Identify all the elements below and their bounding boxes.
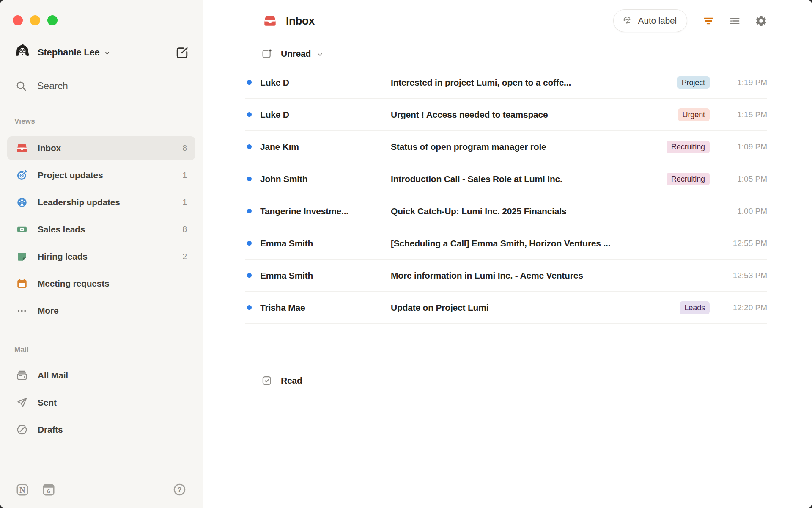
- sidebar-item-label: All Mail: [38, 370, 187, 381]
- calendar-icon: [16, 278, 28, 290]
- email-time: 12:53 PM: [721, 271, 767, 280]
- email-subject: Interested in project Lumi, open to a co…: [391, 77, 670, 88]
- email-tag: Recruiting: [667, 141, 710, 153]
- search-label: Search: [37, 80, 68, 92]
- email-list: Luke DInterested in project Lumi, open t…: [245, 66, 767, 324]
- sidebar: Stephanie Lee Search ViewsInbox8Project …: [0, 0, 203, 508]
- unread-group-header[interactable]: Unread: [245, 41, 767, 66]
- svg-text:6: 6: [47, 488, 50, 494]
- unread-dot-icon: [247, 241, 252, 246]
- all-mail-icon: [16, 370, 28, 381]
- email-tag: Project: [677, 76, 710, 89]
- avatar: [13, 43, 32, 62]
- banknote-icon: [16, 224, 28, 235]
- page-title: Inbox: [286, 14, 315, 28]
- email-row[interactable]: Luke DInterested in project Lumi, open t…: [245, 66, 767, 99]
- unread-dot-icon: [247, 177, 252, 181]
- email-tag: Urgent: [678, 108, 710, 121]
- email-row[interactable]: Luke DUrgent ! Access needed to teamspac…: [245, 99, 767, 131]
- accessibility-icon: [16, 196, 28, 208]
- sidebar-item-count: 8: [182, 225, 187, 234]
- email-time: 1:05 PM: [721, 174, 767, 184]
- inbox-icon: [263, 14, 277, 28]
- sidebar-item-label: More: [38, 306, 187, 316]
- sidebar-item-label: Sent: [38, 398, 187, 408]
- email-subject: More information in Lumi Inc. - Acme Ven…: [391, 271, 714, 281]
- email-tag: Recruiting: [667, 173, 710, 185]
- email-time: 12:20 PM: [721, 303, 767, 312]
- sidebar-item-label: Project updates: [38, 170, 182, 180]
- email-sender: Emma Smith: [260, 238, 391, 248]
- email-time: 1:15 PM: [721, 110, 767, 119]
- email-row[interactable]: Emma Smith[Scheduling a Call] Emma Smith…: [245, 227, 767, 260]
- sidebar-item-label: Meeting requests: [38, 279, 187, 289]
- email-time: 12:55 PM: [721, 239, 767, 248]
- sidebar-item-project-updates[interactable]: Project updates1: [7, 163, 195, 187]
- sidebar-item-more[interactable]: More: [7, 299, 195, 323]
- email-row[interactable]: Trisha MaeUpdate on Project LumiLeads12:…: [245, 292, 767, 324]
- email-subject: Quick Catch-Up: Lumi Inc. 2025 Financial…: [391, 206, 714, 216]
- sidebar-item-all-mail[interactable]: All Mail: [7, 364, 195, 387]
- sidebar-item-count: 2: [182, 252, 187, 261]
- unread-dot-icon: [247, 305, 252, 310]
- section-label-mail: Mail: [14, 345, 203, 354]
- email-subject: Update on Project Lumi: [391, 303, 673, 313]
- auto-label-button[interactable]: Auto label: [613, 9, 687, 32]
- email-row[interactable]: Jane KimStatus of open program manager r…: [245, 131, 767, 163]
- section-label-views: Views: [14, 117, 203, 126]
- sidebar-item-sent[interactable]: Sent: [7, 391, 195, 414]
- compose-icon[interactable]: [176, 46, 189, 59]
- sidebar-item-label: Drafts: [38, 425, 187, 435]
- sidebar-item-inbox[interactable]: Inbox8: [7, 136, 195, 160]
- svg-text:?: ?: [177, 486, 182, 494]
- sidebar-item-label: Hiring leads: [38, 251, 182, 262]
- note-icon: [16, 251, 28, 262]
- email-sender: Jane Kim: [260, 142, 391, 152]
- minimize-button[interactable]: [30, 15, 40, 25]
- sidebar-item-hiring-leads[interactable]: Hiring leads2: [7, 245, 195, 268]
- sidebar-item-leadership-updates[interactable]: Leadership updates1: [7, 190, 195, 214]
- email-sender: John Smith: [260, 174, 391, 184]
- gear-icon[interactable]: [755, 15, 767, 27]
- email-subject: Status of open program manager role: [391, 142, 660, 152]
- search-icon: [16, 80, 27, 92]
- email-row[interactable]: Tangerine Investme...Quick Catch-Up: Lum…: [245, 195, 767, 227]
- email-subject: Urgent ! Access needed to teamspace: [391, 110, 671, 120]
- email-subject: Introduction Call - Sales Role at Lumi I…: [391, 174, 660, 184]
- inbox-icon: [16, 142, 28, 154]
- list-view-icon[interactable]: [729, 15, 741, 27]
- email-sender: Emma Smith: [260, 271, 391, 281]
- help-icon[interactable]: ?: [173, 483, 187, 497]
- auto-label-text: Auto label: [638, 16, 677, 26]
- email-row[interactable]: John SmithIntroduction Call - Sales Role…: [245, 163, 767, 195]
- sidebar-item-meeting-requests[interactable]: Meeting requests: [7, 272, 195, 295]
- main-header: Inbox Auto label: [245, 0, 767, 41]
- sidebar-item-label: Sales leads: [38, 224, 182, 235]
- unread-dot-icon: [247, 144, 252, 149]
- unread-dot-icon: [247, 112, 252, 117]
- unread-dot-icon: [247, 209, 252, 213]
- close-button[interactable]: [13, 15, 23, 25]
- drafts-icon: [16, 424, 28, 436]
- chevron-down-icon: [104, 50, 111, 57]
- notion-icon[interactable]: N: [15, 483, 30, 497]
- email-time: 1:09 PM: [721, 142, 767, 152]
- account-switcher[interactable]: Stephanie Lee: [13, 44, 189, 61]
- notion-calendar-icon[interactable]: 6: [41, 483, 56, 497]
- sidebar-item-drafts[interactable]: Drafts: [7, 418, 195, 442]
- filter-icon[interactable]: [702, 15, 715, 27]
- email-time: 1:00 PM: [721, 207, 767, 216]
- sidebar-item-sales-leads[interactable]: Sales leads8: [7, 218, 195, 241]
- sidebar-item-count: 8: [182, 144, 187, 153]
- email-sender: Luke D: [260, 77, 391, 88]
- unread-dot-icon: [247, 273, 252, 278]
- read-group-header[interactable]: Read: [245, 370, 767, 391]
- sidebar-item-count: 1: [182, 171, 187, 180]
- email-sender: Luke D: [260, 110, 391, 120]
- search-button[interactable]: Search: [16, 76, 194, 96]
- email-sender: Tangerine Investme...: [260, 206, 391, 216]
- zoom-button[interactable]: [47, 15, 58, 25]
- mail-app-window: Stephanie Lee Search ViewsInbox8Project …: [0, 0, 812, 508]
- email-row[interactable]: Emma SmithMore information in Lumi Inc. …: [245, 260, 767, 292]
- auto-label-icon: [622, 15, 634, 27]
